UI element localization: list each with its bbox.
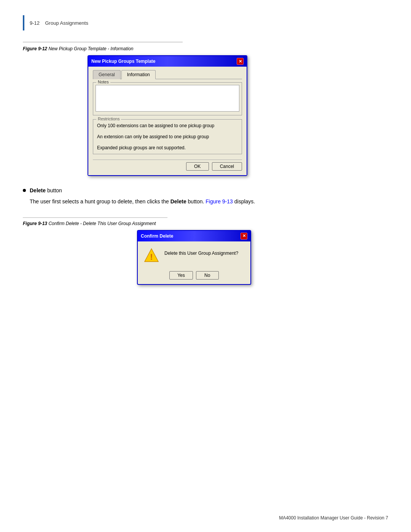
page-header: 9-12 Group Assignments — [23, 15, 388, 30]
yes-button[interactable]: Yes — [169, 271, 193, 280]
dialog1-title: New Pickup Groups Template — [91, 59, 155, 64]
dialog1-footer: OK Cancel — [93, 160, 242, 171]
bullet-label: Delete button — [30, 187, 62, 193]
svg-text:!: ! — [150, 252, 153, 262]
restrictions-label: Restrictions — [96, 117, 121, 121]
bullet-dot — [23, 189, 26, 192]
page-footer: MA4000 Installation Manager User Guide -… — [279, 515, 388, 521]
dialog1-tabs: General Information — [93, 70, 242, 79]
figure13-link[interactable]: Figure 9-13 — [206, 198, 233, 204]
confirm-message: Delete this User Group Assignment? — [164, 248, 238, 256]
restriction-1: Only 100 extensions can be assigned to o… — [97, 123, 238, 129]
tab-information[interactable]: Information — [121, 70, 156, 79]
warning-icon: ! — [144, 248, 159, 263]
confirm-body: ! Delete this User Group Assignment? — [138, 241, 250, 269]
cancel-button[interactable]: Cancel — [212, 162, 242, 171]
page-container: 9-12 Group Assignments Figure 9-12 New P… — [0, 0, 411, 532]
new-pickup-groups-dialog: New Pickup Groups Template ✕ General Inf… — [88, 55, 247, 176]
dialog1-body: General Information Notes Restrictions O… — [88, 67, 247, 175]
restrictions-group: Restrictions Only 100 extensions can be … — [93, 119, 242, 154]
figure13-rule — [23, 217, 167, 218]
no-button[interactable]: No — [196, 271, 219, 280]
ok-button[interactable]: OK — [186, 162, 209, 171]
notes-label: Notes — [96, 80, 110, 84]
restriction-2: An extension can only be assigned to one… — [97, 134, 238, 140]
body-text-section: Delete button The user first selects a h… — [23, 187, 388, 206]
delete-bullet: Delete button — [23, 187, 388, 193]
dialog1-close-button[interactable]: ✕ — [237, 58, 244, 65]
notes-textarea[interactable] — [96, 85, 239, 112]
confirm-dialog-title: Confirm Delete — [141, 233, 173, 239]
figure13-caption: Figure 9-13 Confirm Delete - Delete This… — [23, 221, 388, 226]
section-rule — [23, 42, 183, 42]
delete-description: The user first selects a hunt group to d… — [30, 197, 388, 206]
notes-group: Notes — [93, 82, 242, 115]
page-number: 9-12 Group Assignments — [30, 20, 88, 26]
confirm-footer: Yes No — [138, 269, 250, 284]
tab-general[interactable]: General — [93, 70, 121, 79]
dialog1-titlebar: New Pickup Groups Template ✕ — [88, 56, 247, 67]
header-bar — [23, 15, 24, 30]
confirm-dialog-titlebar: Confirm Delete ✕ — [138, 231, 250, 241]
confirm-delete-dialog: Confirm Delete ✕ ! Delete this User Grou… — [137, 230, 251, 285]
figure12-caption: Figure 9-12 New Pickup Group Template - … — [23, 46, 388, 51]
restriction-3: Expanded pickup groups are not supported… — [97, 145, 238, 151]
confirm-close-button[interactable]: ✕ — [241, 233, 247, 240]
